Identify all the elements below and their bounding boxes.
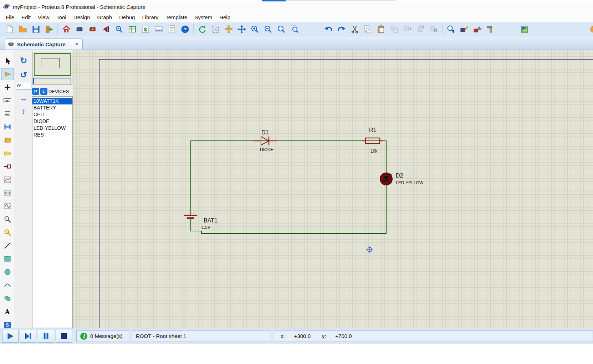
menu-debug[interactable]: Debug [116, 13, 138, 21]
stop-button[interactable] [56, 330, 72, 343]
pause-button[interactable] [38, 330, 54, 343]
text-2d-button[interactable]: A [1, 306, 14, 318]
redo-button[interactable] [335, 23, 348, 35]
zoom-in-button[interactable] [248, 23, 261, 35]
tab-close-icon[interactable]: × [74, 41, 80, 48]
schematic-capture-module-button[interactable] [73, 23, 86, 35]
message-count: 0 Message(s) [90, 333, 123, 339]
box-2d-button[interactable] [1, 253, 14, 265]
home-page-button[interactable] [60, 23, 73, 35]
pan-button[interactable] [235, 23, 248, 35]
menu-template[interactable]: Template [162, 13, 191, 21]
block-move-button[interactable] [401, 23, 414, 35]
graph-mode-button[interactable] [1, 174, 14, 186]
packaging-tool-button[interactable] [471, 23, 484, 35]
circle-2d-button[interactable] [1, 266, 14, 278]
pcb-layout-module-button[interactable] [86, 23, 99, 35]
visualizer-3d-module-button[interactable] [99, 23, 112, 35]
menu-edit[interactable]: Edit [18, 13, 34, 21]
new-project-button[interactable] [3, 23, 16, 35]
save-project-button[interactable] [29, 23, 42, 35]
play-button[interactable] [2, 330, 19, 343]
tape-recorder-mode-button[interactable] [1, 187, 14, 199]
menu-design[interactable]: Design [70, 13, 94, 21]
mirror-horizontal-button[interactable]: ↔ [18, 93, 29, 104]
side-panel: ↻ ↺ 0° ↔ ↕ P L DEVICES [15, 50, 73, 328]
component-bat1-battery[interactable]: BAT1 1.5V [184, 215, 218, 230]
rotate-clockwise-button[interactable]: ↻ [17, 54, 30, 67]
text-script-mode-button[interactable] [1, 108, 14, 120]
zoom-all-button[interactable] [275, 23, 288, 35]
menu-file[interactable]: File [2, 13, 18, 21]
device-list-item[interactable]: DIODE [32, 118, 72, 125]
component-mode-button[interactable] [1, 68, 14, 80]
copy-button[interactable] [361, 23, 374, 35]
selection-mode-button[interactable] [1, 55, 14, 67]
component-d2-led[interactable]: D2 LED-YELLOW [380, 173, 424, 185]
rotation-angle-field[interactable]: 0° [16, 82, 31, 90]
origin-button[interactable] [222, 23, 235, 35]
device-pins-mode-button[interactable] [1, 160, 14, 173]
overview-pane[interactable] [32, 52, 72, 84]
tab-schematic-capture[interactable]: Schematic Capture × [5, 39, 83, 50]
pick-parts-button[interactable] [444, 23, 457, 35]
make-device-button[interactable] [457, 23, 471, 35]
root-sheet-panel: ROOT - Root sheet 1 [132, 330, 271, 342]
pick-devices-button[interactable]: P [32, 88, 39, 95]
menu-view[interactable]: View [34, 13, 53, 21]
design-explorer-button[interactable] [112, 23, 126, 35]
line-2d-button[interactable] [1, 240, 14, 252]
symbols-2d-button[interactable]: S [1, 319, 14, 328]
wire-net[interactable] [191, 141, 386, 234]
visual-designer-button[interactable] [518, 23, 531, 35]
junction-dot-mode-button[interactable] [1, 81, 14, 93]
source-code-module-button[interactable]: 0101 [152, 23, 165, 35]
bom-module-button[interactable] [126, 23, 139, 35]
wire-label-mode-button[interactable]: LBL [1, 94, 14, 107]
cut-button[interactable] [348, 23, 361, 35]
rotate-anticlockwise-button[interactable]: ↺ [17, 68, 30, 81]
device-list-item[interactable]: RES [32, 132, 72, 138]
block-rotate-button[interactable] [414, 23, 427, 35]
device-pin-icon [3, 162, 12, 171]
stop-icon [60, 332, 68, 340]
schematic-canvas[interactable]: D1 DIODE R1 10k D2 LED-YELLOW [73, 50, 593, 328]
path-2d-button[interactable] [1, 292, 14, 304]
arc-2d-button[interactable] [1, 279, 14, 291]
voltage-probe-mode-button[interactable] [1, 213, 14, 225]
buses-mode-button[interactable] [1, 121, 14, 133]
block-delete-button[interactable] [427, 23, 440, 35]
undo-button[interactable] [322, 23, 335, 35]
component-r1-resistor[interactable]: R1 10k [362, 127, 383, 154]
device-list-item[interactable]: LED-YELLOW [32, 125, 72, 132]
zoom-area-button[interactable] [288, 23, 301, 35]
help-button[interactable]: ? [178, 23, 191, 35]
current-probe-mode-button[interactable] [1, 226, 14, 239]
terminals-mode-button[interactable] [1, 147, 14, 159]
import-project-button[interactable] [42, 23, 56, 35]
device-list-item[interactable]: 10WATT1K [32, 98, 72, 104]
grid-toggle-button[interactable] [209, 23, 222, 35]
block-copy-button[interactable] [388, 23, 401, 35]
generator-mode-button[interactable] [1, 200, 14, 212]
message-panel[interactable]: i 0 Message(s) [76, 330, 129, 342]
project-costing-button[interactable]: $ [139, 23, 152, 35]
clipped-toolbar-button[interactable] [587, 23, 593, 35]
project-notes-button[interactable] [165, 23, 178, 35]
menu-graph[interactable]: Graph [94, 13, 116, 21]
zoom-out-button[interactable] [261, 23, 275, 35]
menu-system[interactable]: System [191, 13, 216, 21]
library-manager-button[interactable]: L [40, 88, 47, 95]
menu-library[interactable]: Library [138, 13, 162, 21]
device-list-item[interactable]: CELL [32, 111, 72, 118]
mirror-vertical-button[interactable]: ↕ [18, 106, 29, 117]
redraw-button[interactable] [195, 23, 209, 35]
open-project-button[interactable] [16, 23, 29, 35]
subcircuit-mode-button[interactable] [1, 134, 14, 146]
paste-button[interactable] [374, 23, 388, 35]
menu-help[interactable]: Help [216, 13, 234, 21]
device-list-item[interactable]: BATTERY [32, 104, 72, 111]
step-button[interactable] [20, 330, 36, 343]
menu-tool[interactable]: Tool [53, 13, 70, 21]
decompose-button[interactable] [484, 23, 497, 35]
